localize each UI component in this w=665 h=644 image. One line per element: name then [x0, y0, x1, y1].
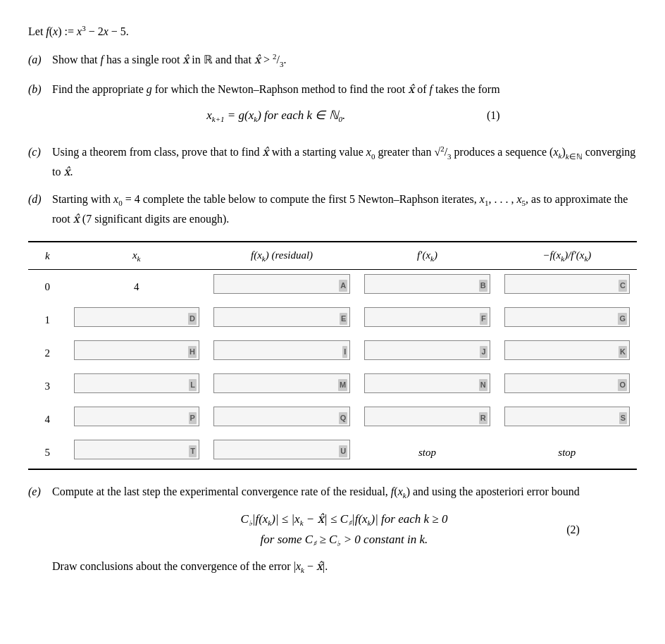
- cell-label-E: E: [340, 313, 347, 326]
- cell-label-N: N: [479, 379, 487, 392]
- function-def-text: Let f(x) := x3 − 2x − 5.: [28, 25, 129, 37]
- formula-2-line1: C♭|f(xk)| ≤ |xk − x̂| ≤ C♯|f(xk)| for ea…: [240, 512, 447, 526]
- col-header-xk: xk: [67, 242, 206, 270]
- part-b: (b) Find the appropriate g for which the…: [28, 80, 637, 133]
- table-row: 5 T U stop stop: [28, 435, 637, 469]
- cell-k-4: 4: [28, 402, 67, 435]
- cell-label-M: M: [338, 379, 347, 392]
- cell-fpxk-2: J: [357, 336, 497, 369]
- cell-label-T: T: [189, 445, 197, 458]
- cell-fxk-3: M: [206, 369, 357, 402]
- cell-label-L: L: [189, 379, 197, 392]
- part-a-label: (a): [28, 51, 48, 70]
- cell-fpxk-1: F: [357, 303, 497, 336]
- part-c-text: Using a theorem from class, prove that t…: [52, 143, 637, 181]
- part-e-text-1: Compute at the last step the experimenta…: [52, 485, 580, 497]
- eq-number-2: (2): [566, 521, 580, 539]
- cell-ratio-0: C: [497, 270, 637, 304]
- table-row: 2 H I J: [28, 336, 637, 369]
- part-e: (e) Compute at the last step the experim…: [28, 483, 637, 577]
- cell-ratio-1: G: [497, 303, 637, 336]
- formula-block-1: xk+1 = g(xk) for each k ∈ ℕ0. (1): [52, 106, 500, 126]
- cell-label-U: U: [339, 445, 347, 458]
- part-c: (c) Using a theorem from class, prove th…: [28, 143, 637, 181]
- cell-label-K: K: [619, 346, 627, 359]
- cell-label-A: A: [339, 280, 347, 292]
- formula-1: xk+1 = g(xk) for each k ∈ ℕ0.: [206, 106, 345, 126]
- cell-xk-3: L: [67, 369, 206, 402]
- cell-fpxk-4: R: [357, 402, 497, 435]
- cell-fpxk-0: B: [357, 270, 497, 304]
- cell-fxk-5: U: [206, 435, 357, 469]
- part-e-text-2: Draw conclusions about the convergence o…: [52, 557, 580, 577]
- part-d-text: Starting with x0 = 4 complete the table …: [52, 190, 637, 228]
- table-row: 4 P Q R: [28, 402, 637, 435]
- cell-label-P: P: [189, 412, 197, 425]
- cell-label-D: D: [188, 313, 197, 326]
- cell-xk-1: D: [67, 303, 206, 336]
- cell-xk-2: H: [67, 336, 206, 369]
- part-e-label: (e): [28, 483, 48, 577]
- table-row: 1 D E F: [28, 303, 637, 336]
- col-header-ratio: −f(xk)/f′(xk): [497, 242, 637, 270]
- cell-label-I: I: [342, 346, 347, 359]
- part-b-text: Find the appropriate g for which the New…: [52, 83, 500, 95]
- cell-label-J: J: [480, 346, 487, 359]
- cell-xk-4: P: [67, 402, 206, 435]
- formula-block-2: C♭|f(xk)| ≤ |xk − x̂| ≤ C♯|f(xk)| for ea…: [52, 509, 580, 550]
- cell-fxk-0: A: [206, 270, 357, 304]
- cell-fxk-2: I: [206, 336, 357, 369]
- cell-label-B: B: [479, 280, 487, 292]
- part-c-label: (c): [28, 143, 48, 181]
- cell-label-R: R: [479, 412, 487, 425]
- cell-fxk-1: E: [206, 303, 357, 336]
- cell-k-1: 1: [28, 303, 67, 336]
- eq-number-1: (1): [487, 106, 500, 125]
- table-row: 3 L M N: [28, 369, 637, 402]
- cell-k-0: 0: [28, 270, 67, 304]
- newton-raphson-table: k xk f(xk) (residual) f′(xk) −f(xk)/f′(x…: [28, 241, 637, 471]
- part-a-text: Show that f has a single root x̂ in ℝ an…: [52, 51, 286, 70]
- part-d: (d) Starting with x0 = 4 complete the ta…: [28, 190, 637, 470]
- table-row: 0 4 A B C: [28, 270, 637, 304]
- cell-fpxk-5-stop: stop: [357, 435, 497, 469]
- part-d-label: (d): [28, 190, 48, 228]
- cell-k-3: 3: [28, 369, 67, 402]
- col-header-fpxk: f′(xk): [357, 242, 497, 270]
- cell-xk-5: T: [67, 435, 206, 469]
- function-definition: Let f(x) := x3 − 2x − 5.: [28, 23, 637, 41]
- cell-k-2: 2: [28, 336, 67, 369]
- part-b-label: (b): [28, 80, 48, 133]
- col-header-k: k: [28, 242, 67, 270]
- cell-k-5: 5: [28, 435, 67, 469]
- cell-xk-0: 4: [67, 270, 206, 304]
- cell-ratio-5-stop: stop: [497, 435, 637, 469]
- cell-fxk-4: Q: [206, 402, 357, 435]
- cell-label-S: S: [619, 412, 627, 425]
- cell-ratio-3: O: [497, 369, 637, 402]
- formula-2-line2: for some C♯ ≥ C♭ > 0 constant in k.: [261, 533, 428, 546]
- cell-ratio-2: K: [497, 336, 637, 369]
- cell-ratio-4: S: [497, 402, 637, 435]
- col-header-fxk: f(xk) (residual): [206, 242, 357, 270]
- cell-label-O: O: [618, 379, 627, 392]
- cell-label-G: G: [618, 313, 627, 326]
- cell-label-H: H: [188, 346, 197, 359]
- part-a: (a) Show that f has a single root x̂ in …: [28, 51, 637, 70]
- cell-label-F: F: [480, 313, 487, 326]
- cell-label-C: C: [619, 280, 627, 292]
- cell-label-Q: Q: [339, 412, 348, 425]
- cell-fpxk-3: N: [357, 369, 497, 402]
